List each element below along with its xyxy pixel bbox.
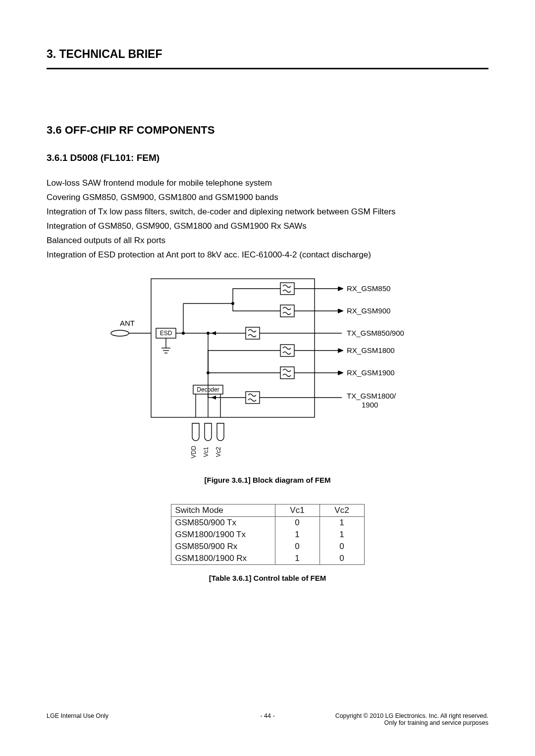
td: GSM1800/1900 Rx bbox=[171, 553, 275, 565]
body-line: Integration of ESD protection at Ant por… bbox=[47, 248, 488, 262]
table-caption: [Table 3.6.1] Control table of FEM bbox=[47, 574, 488, 582]
body-line: Balanced outputs of all Rx ports bbox=[47, 234, 488, 248]
body-text: Low-loss SAW frontend module for mobile … bbox=[47, 176, 488, 262]
fem-block-diagram: ANT ESD bbox=[109, 274, 426, 467]
footer-page-number: - 44 - bbox=[47, 712, 488, 719]
td: 1 bbox=[275, 553, 320, 565]
page-footer: LGE Internal Use Only - 44 - Copyright ©… bbox=[47, 712, 488, 726]
label-out: RX_GSM1800 bbox=[347, 346, 395, 354]
figure-caption: [Figure 3.6.1] Block diagram of FEM bbox=[47, 476, 488, 484]
svg-point-2 bbox=[111, 330, 129, 336]
label-out: RX_GSM1900 bbox=[347, 368, 395, 377]
section-title: 3.6 OFF-CHIP RF COMPONENTS bbox=[47, 124, 488, 137]
header-rule bbox=[47, 68, 488, 69]
td: 0 bbox=[320, 553, 364, 565]
label-out: TX_GSM1800/ bbox=[347, 392, 396, 400]
svg-marker-18 bbox=[211, 331, 216, 335]
td: 0 bbox=[320, 541, 364, 553]
table-row: GSM1800/1900 Rx 1 0 bbox=[171, 553, 364, 565]
label-vc2: Vc2 bbox=[215, 447, 222, 457]
label-decoder: Decoder bbox=[197, 386, 219, 393]
label-ant: ANT bbox=[120, 319, 135, 327]
label-vc1: Vc1 bbox=[203, 447, 210, 457]
td: 0 bbox=[275, 517, 320, 529]
table-row: GSM850/900 Tx 0 1 bbox=[171, 517, 364, 529]
td: 1 bbox=[320, 517, 364, 529]
td: 1 bbox=[320, 529, 364, 541]
td: GSM1800/1900 Tx bbox=[171, 529, 275, 541]
body-line: Integration of Tx low pass filters, swit… bbox=[47, 205, 488, 219]
table-row: GSM850/900 Rx 0 0 bbox=[171, 541, 364, 553]
td: GSM850/900 Rx bbox=[171, 541, 275, 553]
table-row: GSM1800/1900 Tx 1 1 bbox=[171, 529, 364, 541]
svg-marker-25 bbox=[211, 396, 216, 400]
label-out: RX_GSM900 bbox=[347, 306, 390, 315]
control-table: Switch Mode Vc1 Vc2 GSM850/900 Tx 0 1 GS… bbox=[171, 504, 365, 565]
td: 0 bbox=[275, 541, 320, 553]
body-line: Covering GSM850, GSM900, GSM1800 and GSM… bbox=[47, 191, 488, 204]
label-vdd: VDD bbox=[190, 446, 197, 458]
chapter-title: 3. TECHNICAL BRIEF bbox=[47, 48, 488, 61]
footer-purpose: Only for training and service purposes bbox=[335, 719, 488, 726]
th-vc2: Vc2 bbox=[320, 504, 364, 517]
body-line: Integration of GSM850, GSM900, GSM1800 a… bbox=[47, 219, 488, 233]
subsection-title: 3.6.1 D5008 (FL101: FEM) bbox=[47, 152, 488, 163]
td: GSM850/900 Tx bbox=[171, 517, 275, 529]
label-out: RX_GSM850 bbox=[347, 284, 390, 293]
body-line: Low-loss SAW frontend module for mobile … bbox=[47, 176, 488, 190]
label-out: TX_GSM850/900 bbox=[347, 329, 404, 337]
td: 1 bbox=[275, 529, 320, 541]
th-mode: Switch Mode bbox=[171, 504, 275, 517]
label-out: 1900 bbox=[362, 401, 378, 409]
label-esd: ESD bbox=[160, 330, 172, 337]
th-vc1: Vc1 bbox=[275, 504, 320, 517]
